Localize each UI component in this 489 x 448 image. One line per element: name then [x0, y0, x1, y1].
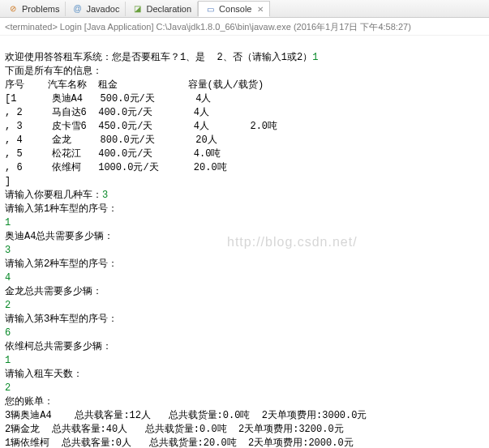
user-input: 1 — [312, 52, 318, 63]
user-input: 4 — [5, 272, 11, 284]
close-icon[interactable]: ✕ — [257, 5, 264, 14]
tab-label: Declaration — [146, 4, 191, 14]
tab-declaration[interactable]: ◪ Declaration — [126, 2, 198, 16]
console-line: 序号 汽车名称 租金 容量(载人/载货) — [5, 79, 264, 91]
tab-problems[interactable]: ⊘ Problems — [2, 2, 66, 16]
console-line: 请输入第2种车型的序号： — [5, 258, 118, 270]
console-line: , 2 马自达6 400.0元/天 4人 — [5, 107, 209, 118]
javadoc-icon: @ — [71, 3, 83, 15]
console-line: 您的账单： — [5, 396, 54, 407]
tab-label: Console — [219, 4, 251, 14]
console-line: , 6 依维柯 1000.0元/天 20.0吨 — [5, 162, 227, 173]
user-input: 1 — [5, 217, 11, 228]
console-output: 欢迎使用答答租车系统：您是否要租车？1、是 2、否（请输入1或2）1 下面是所有… — [0, 36, 489, 448]
user-input: 3 — [102, 190, 108, 201]
console-line: 1辆依维柯 总共载客量:0人 总共载货量:20.0吨 2天单项费用:2000.0… — [5, 437, 354, 448]
console-line: 请输入第1种车型的序号： — [5, 203, 118, 215]
declaration-icon: ◪ — [131, 3, 143, 15]
user-input: 3 — [5, 245, 11, 256]
console-line: 金龙总共需要多少辆： — [5, 286, 102, 297]
console-line: 2辆金龙 总共载客量:40人 总共载货量:0.0吨 2天单项费用:3200.0元 — [5, 424, 344, 435]
console-line: , 3 皮卡雪6 450.0元/天 4人 2.0吨 — [5, 121, 277, 132]
user-input: 1 — [5, 355, 11, 366]
console-line: 依维柯总共需要多少辆： — [5, 341, 112, 352]
user-input: 2 — [5, 300, 11, 311]
console-line: 3辆奥迪A4 总共载客量:12人 总共载货量:0.0吨 2天单项费用:3000.… — [5, 410, 367, 421]
console-line: , 4 金龙 800.0元/天 20人 — [5, 134, 217, 146]
console-line: 请输入第3种车型的序号： — [5, 314, 118, 325]
console-line: 欢迎使用答答租车系统：您是否要租车？1、是 2、否（请输入1或2） — [5, 52, 312, 63]
tab-console[interactable]: ▭ Console ✕ — [198, 1, 270, 17]
console-line: , 5 松花江 400.0元/天 4.0吨 — [5, 148, 221, 160]
tab-javadoc[interactable]: @ Javadoc — [66, 2, 126, 16]
console-line: 请输入你要租几种车： — [5, 190, 102, 201]
console-line: [1 奥迪A4 500.0元/天 4人 — [5, 93, 211, 105]
problems-icon: ⊘ — [7, 3, 19, 15]
console-line: 奥迪A4总共需要多少辆： — [5, 231, 114, 242]
console-icon: ▭ — [204, 3, 216, 15]
console-line: 下面是所有车的信息： — [5, 66, 102, 77]
tab-label: Problems — [22, 4, 59, 14]
user-input: 6 — [5, 327, 11, 339]
user-input: 2 — [5, 382, 11, 394]
view-tabs: ⊘ Problems @ Javadoc ◪ Declaration ▭ Con… — [0, 0, 489, 18]
launch-status: <terminated> Login [Java Application] C:… — [0, 18, 489, 36]
console-line: 请输入租车天数： — [5, 369, 83, 380]
console-line: ] — [5, 176, 11, 187]
tab-label: Javadoc — [86, 4, 119, 14]
